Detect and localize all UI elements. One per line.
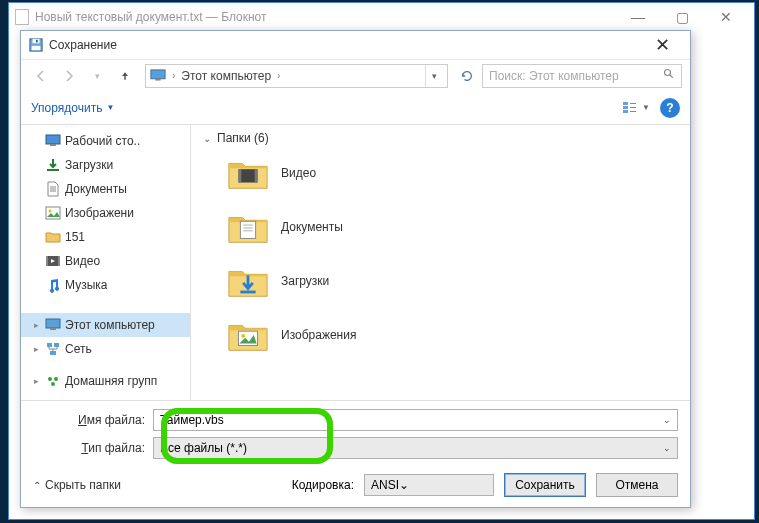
- refresh-button[interactable]: [456, 65, 478, 87]
- tree-item-label: Сеть: [65, 342, 92, 356]
- svg-rect-13: [630, 111, 636, 112]
- recent-locations-button[interactable]: ▾: [85, 64, 109, 88]
- back-button[interactable]: [29, 64, 53, 88]
- twist-icon: ▸: [31, 320, 41, 330]
- svg-rect-32: [255, 169, 258, 182]
- tree-item-desktop[interactable]: Рабочий сто..: [21, 129, 190, 153]
- svg-rect-16: [47, 169, 59, 171]
- search-input[interactable]: Поиск: Этот компьютер: [482, 64, 682, 88]
- tree-item-images[interactable]: Изображени: [21, 201, 190, 225]
- svg-rect-21: [58, 256, 60, 266]
- help-button[interactable]: ?: [660, 98, 680, 118]
- svg-point-18: [49, 210, 52, 213]
- save-icon: [29, 38, 43, 52]
- svg-rect-26: [50, 351, 56, 355]
- folder-label: Изображения: [281, 328, 356, 342]
- tree-item-network[interactable]: ▸Сеть: [21, 337, 190, 361]
- tree-item-music[interactable]: Музыка: [21, 273, 190, 297]
- nav-tree[interactable]: Рабочий сто..ЗагрузкиДокументыИзображени…: [21, 125, 191, 400]
- svg-rect-11: [630, 103, 636, 104]
- svg-rect-23: [50, 328, 56, 330]
- svg-point-39: [241, 334, 245, 338]
- tree-item-label: Видео: [65, 254, 100, 268]
- svg-rect-4: [151, 69, 165, 78]
- minimize-button[interactable]: —: [616, 3, 660, 31]
- twist-icon: ▸: [31, 376, 41, 386]
- svg-rect-20: [46, 256, 48, 266]
- address-bar[interactable]: › Этот компьютер › ▾: [145, 64, 448, 88]
- folder-label: Видео: [281, 166, 316, 180]
- close-notepad-button[interactable]: ✕: [704, 3, 748, 31]
- images-icon: [45, 205, 61, 221]
- pc-icon: [45, 317, 61, 333]
- address-dropdown-button[interactable]: ▾: [425, 65, 443, 87]
- up-button[interactable]: [113, 64, 137, 88]
- chevron-up-icon: ⌃: [33, 480, 41, 491]
- svg-point-27: [48, 377, 52, 381]
- dialog-titlebar: Сохранение ✕: [21, 31, 690, 59]
- folder-video[interactable]: Видео: [227, 155, 678, 191]
- maximize-button[interactable]: ▢: [660, 3, 704, 31]
- filetype-label: Тип файла:: [33, 441, 153, 455]
- tree-item-label: Рабочий сто..: [65, 134, 140, 148]
- filetype-dropdown-button[interactable]: ⌄: [658, 439, 676, 457]
- tree-item-docs[interactable]: Документы: [21, 177, 190, 201]
- twist-icon: ▸: [31, 344, 41, 354]
- filename-label: Имя файла:: [33, 413, 153, 427]
- dialog-toolbar: Упорядочить ▼ ▼ ?: [21, 91, 690, 125]
- chevron-right-icon: ›: [172, 70, 175, 81]
- encoding-select[interactable]: ANSI ⌄: [364, 474, 494, 496]
- folder-label: Загрузки: [281, 274, 329, 288]
- svg-rect-37: [240, 291, 255, 294]
- cancel-button[interactable]: Отмена: [596, 473, 678, 497]
- svg-rect-3: [32, 46, 41, 50]
- filename-input[interactable]: Таймер.vbs ⌄: [153, 409, 678, 431]
- video-icon: [45, 253, 61, 269]
- tree-item-label: Музыка: [65, 278, 107, 292]
- tree-item-pc[interactable]: ▸Этот компьютер: [21, 313, 190, 337]
- tree-item-label: Изображени: [65, 206, 134, 220]
- svg-line-7: [670, 75, 673, 78]
- svg-point-29: [51, 382, 55, 386]
- svg-rect-31: [238, 169, 241, 182]
- view-options-button[interactable]: ▼: [622, 101, 650, 115]
- folder-icon: [227, 263, 269, 299]
- organize-menu[interactable]: Упорядочить ▼: [31, 101, 114, 115]
- folder-images[interactable]: Изображения: [227, 317, 678, 353]
- dialog-body: Рабочий сто..ЗагрузкиДокументыИзображени…: [21, 125, 690, 400]
- svg-rect-25: [54, 343, 59, 347]
- folder-content[interactable]: ⌄ Папки (6) ВидеоДокументыЗагрузкиИзобра…: [191, 125, 690, 400]
- svg-rect-17: [46, 207, 60, 219]
- docs-icon: [45, 181, 61, 197]
- breadcrumb-item[interactable]: Этот компьютер: [181, 69, 271, 83]
- svg-point-28: [54, 377, 58, 381]
- svg-rect-9: [623, 106, 628, 109]
- folder-downloads[interactable]: Загрузки: [227, 263, 678, 299]
- tree-item-video[interactable]: Видео: [21, 249, 190, 273]
- folder-docs[interactable]: Документы: [227, 209, 678, 245]
- hide-folders-toggle[interactable]: ⌃ Скрыть папки: [33, 478, 121, 492]
- pc-icon: [150, 69, 166, 83]
- tree-item-homegroup[interactable]: ▸Домашняя групп: [21, 369, 190, 393]
- chevron-right-icon: ›: [277, 70, 280, 81]
- folder-icon: [227, 317, 269, 353]
- encoding-dropdown-button[interactable]: ⌄: [399, 478, 409, 492]
- folder-icon: [227, 209, 269, 245]
- tree-item-folder[interactable]: 151: [21, 225, 190, 249]
- search-icon: [663, 68, 675, 83]
- forward-button[interactable]: [57, 64, 81, 88]
- tree-item-downloads[interactable]: Загрузки: [21, 153, 190, 177]
- close-dialog-button[interactable]: ✕: [642, 34, 682, 56]
- svg-rect-8: [623, 102, 628, 105]
- filetype-select[interactable]: Все файлы (*.*) ⌄: [153, 437, 678, 459]
- save-button[interactable]: Сохранить: [504, 473, 586, 497]
- chevron-down-icon: ⌄: [203, 133, 211, 144]
- group-header[interactable]: ⌄ Папки (6): [203, 131, 678, 145]
- svg-point-6: [665, 70, 671, 76]
- svg-rect-5: [155, 78, 160, 80]
- tree-item-label: Документы: [65, 182, 127, 196]
- network-icon: [45, 341, 61, 357]
- desktop-icon: [45, 133, 61, 149]
- encoding-label: Кодировка:: [292, 478, 354, 492]
- filename-dropdown-button[interactable]: ⌄: [658, 411, 676, 429]
